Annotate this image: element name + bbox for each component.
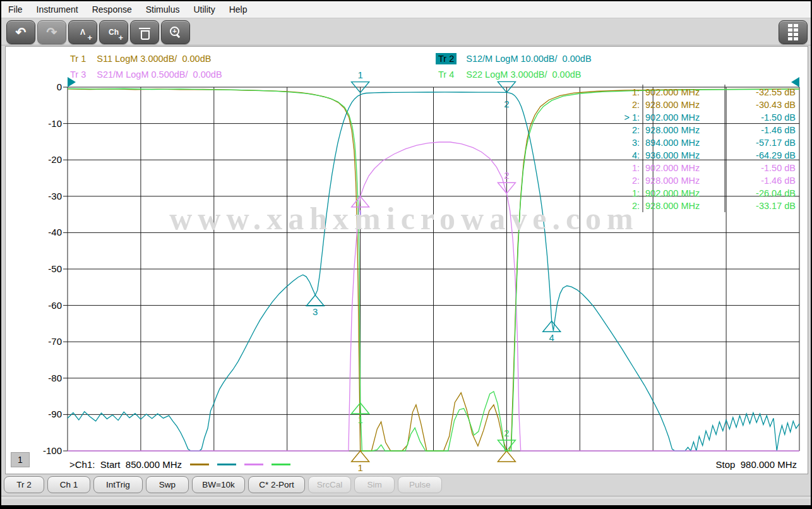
- zoom-handle: [176, 34, 180, 38]
- trash-can: [141, 30, 150, 40]
- plus-glyph: +: [87, 35, 92, 41]
- status-button-srccal: SrcCal: [308, 476, 351, 493]
- redo-button: ↷: [37, 20, 66, 44]
- display-layout-button[interactable]: [779, 20, 808, 44]
- add-marker-button[interactable]: Λ+: [68, 20, 97, 44]
- menu-item-help[interactable]: Help: [222, 2, 254, 18]
- zoom-in-button[interactable]: +: [161, 20, 190, 44]
- status-button-pulse: Pulse: [398, 476, 442, 493]
- undo-icon: ↶: [16, 25, 27, 40]
- plot-panel[interactable]: [5, 46, 808, 474]
- redo-icon: ↷: [47, 25, 57, 40]
- add-channel-icon: Ch: [109, 28, 119, 37]
- toolbar: ↶↷Λ+Ch++: [1, 18, 811, 45]
- add-channel-button[interactable]: Ch+: [99, 20, 128, 44]
- status-bar: Tr 2Ch 1IntTrigSwpBW=10kC* 2-PortSrcCalS…: [4, 476, 442, 493]
- app-window: FileInstrumentResponseStimulusUtilityHel…: [1, 1, 811, 505]
- grid-cell: [788, 37, 792, 40]
- menu-item-response[interactable]: Response: [85, 2, 139, 18]
- grid-cell: [794, 37, 798, 40]
- undo-button[interactable]: ↶: [6, 20, 35, 44]
- display-layout-grid-icon: [788, 24, 798, 40]
- grid-cell: [788, 24, 792, 27]
- menu-item-file[interactable]: File: [1, 2, 30, 18]
- status-button-sim: Sim: [354, 476, 395, 493]
- menu-bar: FileInstrumentResponseStimulusUtilityHel…: [1, 1, 811, 18]
- zoom-in-icon: +: [169, 26, 182, 39]
- menu-item-stimulus[interactable]: Stimulus: [139, 2, 187, 18]
- status-button-inttrig[interactable]: IntTrig: [93, 476, 143, 493]
- status-button-tr-2[interactable]: Tr 2: [4, 476, 44, 493]
- plus-glyph: +: [118, 35, 123, 41]
- menu-item-instrument[interactable]: Instrument: [30, 2, 85, 18]
- vna-screenshot: { "app": {"type": "vector-network-analyz…: [0, 0, 812, 509]
- status-button-bw-10k[interactable]: BW=10k: [192, 476, 245, 493]
- status-button-ch-1[interactable]: Ch 1: [47, 476, 90, 493]
- menu-item-utility[interactable]: Utility: [186, 2, 222, 18]
- status-divider: [1, 496, 811, 498]
- status-button-swp[interactable]: Swp: [146, 476, 189, 493]
- grid-cell: [788, 33, 792, 36]
- add-marker-icon: Λ: [80, 28, 85, 37]
- delete-button[interactable]: [130, 20, 159, 44]
- grid-cell: [794, 24, 798, 27]
- grid-cell: [788, 28, 792, 32]
- grid-cell: [794, 28, 798, 32]
- grid-cell: [794, 33, 798, 36]
- status-button-c-2-port[interactable]: C* 2-Port: [248, 476, 305, 493]
- trash-lid: [139, 28, 150, 29]
- delete-icon: [140, 28, 149, 37]
